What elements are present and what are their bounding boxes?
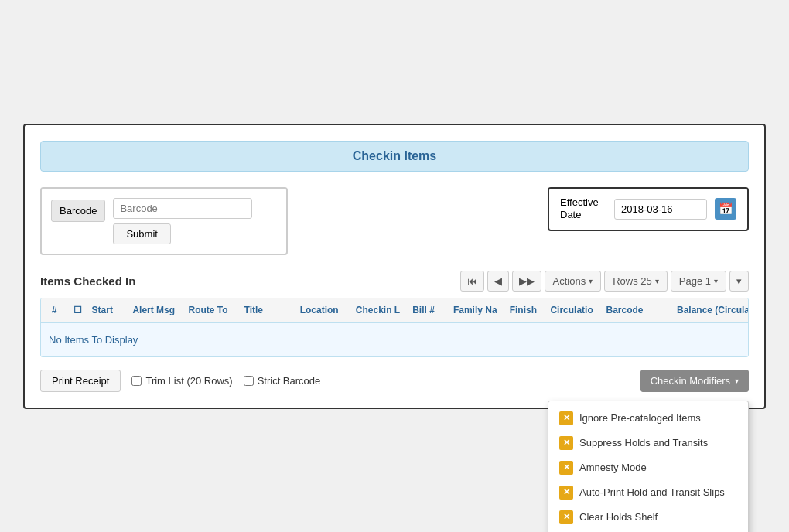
rows-caret: ▾ bbox=[655, 277, 659, 285]
col-check[interactable]: ☐ bbox=[69, 303, 84, 317]
more-button[interactable]: ▾ bbox=[729, 271, 749, 292]
table-header: # ☐ Start Alert Msg Route To Title Locat… bbox=[41, 298, 748, 323]
col-num: # bbox=[47, 303, 66, 317]
page-button[interactable]: Page 1 ▾ bbox=[671, 271, 726, 292]
effective-date-label: Effective Date bbox=[560, 196, 606, 223]
barcode-label: Barcode bbox=[51, 200, 105, 222]
first-page-button[interactable]: ⏮ bbox=[460, 271, 484, 292]
trim-list-label[interactable]: Trim List (20 Rows) bbox=[132, 375, 232, 387]
menu-item-amnesty-mode[interactable]: ✕ Amnesty Mode bbox=[548, 455, 748, 480]
menu-item-retarget-local[interactable]: ✕ Retarget Local Holds bbox=[548, 530, 748, 533]
col-bill[interactable]: Bill # bbox=[408, 303, 446, 317]
x-icon-1: ✕ bbox=[559, 411, 573, 425]
page-caret: ▾ bbox=[714, 277, 718, 285]
items-section-header: Items Checked In ⏮ ◀ ▶▶ Actions ▾ Rows 2… bbox=[40, 271, 749, 292]
items-table: # ☐ Start Alert Msg Route To Title Locat… bbox=[40, 298, 749, 357]
x-icon-3: ✕ bbox=[559, 461, 573, 475]
col-balance[interactable]: Balance (Circulatio bbox=[672, 303, 742, 317]
no-items-message: No Items To Display bbox=[41, 323, 748, 356]
items-section-title: Items Checked In bbox=[40, 275, 135, 288]
x-icon-2: ✕ bbox=[559, 436, 573, 450]
effective-date-box: Effective Date 📅 bbox=[548, 187, 749, 232]
strict-barcode-label[interactable]: Strict Barcode bbox=[244, 375, 321, 387]
page-title: Checkin Items bbox=[40, 141, 749, 172]
checkin-modifiers-button[interactable]: Checkin Modifiers ▾ bbox=[640, 370, 749, 392]
toolbar: ⏮ ◀ ▶▶ Actions ▾ Rows 25 ▾ Page 1 ▾ ▾ bbox=[460, 271, 749, 292]
col-barcode[interactable]: Barcode bbox=[602, 303, 669, 317]
top-section: Barcode Submit Effective Date 📅 bbox=[40, 187, 749, 255]
col-start[interactable]: Start bbox=[87, 303, 125, 317]
menu-item-ignore-precataloged[interactable]: ✕ Ignore Pre-cataloged Items bbox=[548, 406, 748, 431]
barcode-box: Barcode Submit bbox=[40, 187, 288, 255]
menu-item-autoprint-hold[interactable]: ✕ Auto-Print Hold and Transit Slips bbox=[548, 480, 748, 505]
actions-caret: ▾ bbox=[589, 277, 593, 285]
main-container: Checkin Items Barcode Submit Effective D… bbox=[23, 124, 766, 409]
checkin-modifiers-wrapper: Checkin Modifiers ▾ ✕ Ignore Pre-catalog… bbox=[640, 370, 749, 392]
trim-list-checkbox[interactable] bbox=[132, 376, 142, 386]
bottom-section: Print Receipt Trim List (20 Rows) Strict… bbox=[40, 370, 749, 392]
barcode-inputs: Submit bbox=[113, 198, 252, 244]
col-route[interactable]: Route To bbox=[183, 303, 236, 317]
actions-button[interactable]: Actions ▾ bbox=[545, 271, 602, 292]
barcode-input[interactable] bbox=[113, 198, 252, 219]
strict-barcode-checkbox[interactable] bbox=[244, 376, 254, 386]
menu-item-suppress-holds[interactable]: ✕ Suppress Holds and Transits bbox=[548, 431, 748, 455]
effective-date-input[interactable] bbox=[614, 199, 707, 220]
calendar-icon[interactable]: 📅 bbox=[715, 198, 736, 220]
col-alert[interactable]: Alert Msg bbox=[128, 303, 180, 317]
prev-page-button[interactable]: ◀ bbox=[487, 271, 509, 292]
checkin-modifiers-menu: ✕ Ignore Pre-cataloged Items ✕ Suppress … bbox=[548, 401, 749, 533]
submit-button[interactable]: Submit bbox=[113, 223, 170, 244]
col-finish[interactable]: Finish bbox=[505, 303, 543, 317]
col-family[interactable]: Family Na bbox=[449, 303, 502, 317]
col-circ[interactable]: Circulatio bbox=[545, 303, 598, 317]
next-page-button[interactable]: ▶▶ bbox=[512, 271, 541, 292]
checkin-modifiers-caret: ▾ bbox=[735, 377, 739, 385]
col-location[interactable]: Location bbox=[295, 303, 348, 317]
col-checkin[interactable]: Checkin L bbox=[351, 303, 405, 317]
col-title[interactable]: Title bbox=[240, 303, 292, 317]
x-icon-4: ✕ bbox=[559, 486, 573, 500]
print-receipt-button[interactable]: Print Receipt bbox=[40, 370, 121, 392]
x-icon-5: ✕ bbox=[559, 510, 573, 524]
rows-button[interactable]: Rows 25 ▾ bbox=[604, 271, 668, 292]
menu-item-clear-holds-shelf[interactable]: ✕ Clear Holds Shelf bbox=[548, 505, 748, 530]
